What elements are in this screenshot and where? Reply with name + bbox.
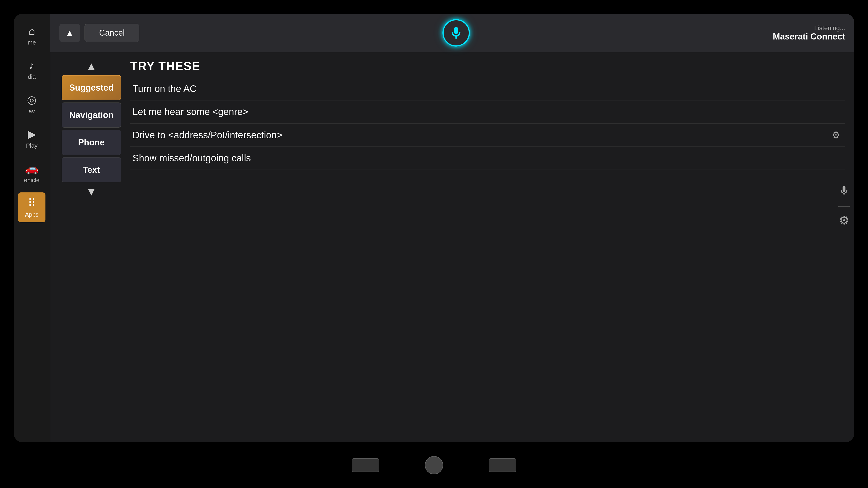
category-navigation-button[interactable]: Navigation: [62, 102, 121, 128]
suggestion-item-0[interactable]: Turn on the AC: [130, 77, 845, 100]
mic-button[interactable]: [442, 19, 470, 46]
category-scroll-down-button[interactable]: ▼: [82, 185, 100, 198]
home-icon: ⌂: [29, 25, 35, 37]
suggestion-item-3[interactable]: Show missed/outgoing calls: [130, 147, 845, 170]
header-bar: ▲ Cancel Listening... Maserati Connect: [50, 14, 854, 52]
sidebar-item-nav[interactable]: ◎ av: [18, 89, 45, 119]
category-scroll-up-button[interactable]: ▲: [82, 59, 100, 73]
gear-side-icon[interactable]: ⚙: [839, 214, 849, 227]
up-button[interactable]: ▲: [59, 24, 80, 42]
category-suggested-button[interactable]: Suggested: [62, 75, 121, 100]
category-phone-button[interactable]: Phone: [62, 130, 121, 155]
bottom-physical-bar: [14, 442, 854, 488]
navigation-label: Navigation: [69, 110, 114, 120]
suggestion-item-2[interactable]: Drive to <address/PoI/intersection> ⚙: [130, 124, 845, 147]
status-area: Listening... Maserati Connect: [773, 25, 845, 41]
brand-text: Maserati Connect: [773, 32, 845, 41]
phone-label: Phone: [78, 138, 104, 148]
content-area: ▲ Suggested Navigation Phone Text ▼: [50, 52, 854, 442]
suggestion-text-2: Drive to <address/PoI/intersection>: [132, 130, 825, 140]
physical-button-center[interactable]: [425, 456, 443, 474]
sidebar-item-media[interactable]: ♪ dia: [18, 55, 45, 85]
suggestions-panel: TRY THESE Turn on the AC Let me hear som…: [130, 59, 845, 435]
vehicle-icon: 🚗: [25, 162, 39, 175]
sidebar-item-apps[interactable]: ⠿ Apps: [18, 192, 45, 222]
microphone-icon: [448, 26, 463, 40]
category-panel: ▲ Suggested Navigation Phone Text ▼: [59, 59, 123, 435]
suggestion-item-1[interactable]: Let me hear some <genre>: [130, 100, 845, 124]
mic-side-icon[interactable]: [838, 185, 850, 199]
suggestion-text-3: Show missed/outgoing calls: [132, 153, 843, 164]
chevron-down-icon: ▼: [86, 185, 97, 198]
music-icon: ♪: [29, 59, 34, 71]
physical-button-left[interactable]: [352, 458, 379, 472]
play-icon: ▶: [28, 128, 36, 140]
suggested-label: Suggested: [69, 83, 114, 93]
suggestion-text-1: Let me hear some <genre>: [132, 106, 843, 117]
side-divider: [838, 206, 850, 206]
sidebar-label-apps: Apps: [25, 211, 38, 218]
cancel-button[interactable]: Cancel: [85, 24, 140, 42]
sidebar-label-play: Play: [26, 142, 38, 149]
right-icons-panel: ⚙: [838, 185, 850, 227]
sidebar-item-vehicle[interactable]: 🚗 ehicle: [18, 158, 45, 188]
sidebar-label-vehicle: ehicle: [24, 177, 39, 184]
category-text-button[interactable]: Text: [62, 157, 121, 183]
sidebar-item-home[interactable]: ⌂ me: [18, 21, 45, 50]
cancel-label: Cancel: [99, 28, 125, 38]
settings-icon: ⚙: [829, 129, 843, 140]
nav-icon: ◎: [27, 93, 36, 106]
sidebar-label-media: dia: [28, 73, 36, 80]
suggestion-text-0: Turn on the AC: [132, 83, 843, 94]
text-label: Text: [83, 165, 100, 175]
try-these-title: TRY THESE: [130, 59, 845, 73]
listening-text: Listening...: [773, 25, 845, 32]
sidebar-label-home: me: [28, 39, 36, 46]
sidebar-label-nav: av: [29, 108, 35, 115]
chevron-up-icon: ▲: [86, 60, 97, 72]
sidebar-item-play[interactable]: ▶ Play: [18, 124, 45, 153]
chevron-up-icon: ▲: [66, 28, 74, 38]
main-content: ▲ Cancel Listening... Maserati Connect: [50, 14, 854, 442]
physical-button-right[interactable]: [489, 458, 516, 472]
mic-container: [144, 19, 768, 46]
sidebar: ⌂ me ♪ dia ◎ av ▶ Play 🚗 ehicle ⠿ Apps: [14, 14, 50, 442]
apps-icon: ⠿: [28, 197, 36, 209]
